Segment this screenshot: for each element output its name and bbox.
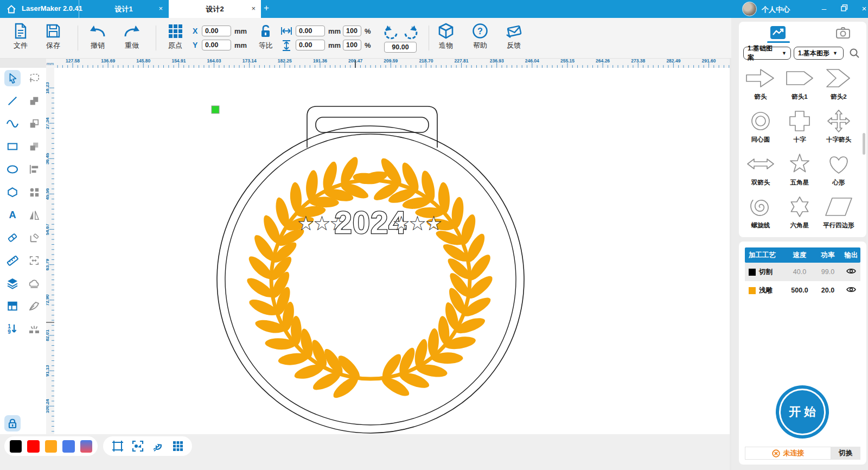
width-percent-input[interactable] [343, 26, 361, 36]
connection-status[interactable]: 未连接 [745, 447, 831, 460]
shape-item-concentric-circles[interactable]: 同心圆 [741, 108, 780, 144]
cloud-tool[interactable] [26, 275, 42, 291]
visibility-toggle[interactable] [842, 286, 860, 295]
height-input[interactable] [296, 40, 325, 50]
avatar[interactable] [742, 2, 757, 16]
switch-device-button[interactable]: 切换 [831, 447, 860, 460]
shape-item-parallelogram[interactable]: 平行四边形 [819, 194, 858, 230]
shape-item-partial[interactable] [741, 237, 780, 237]
design-canvas[interactable]: ★★★ 2024 ★★★ [54, 68, 730, 434]
rotate-ccw-button[interactable] [383, 24, 399, 41]
minimize-button[interactable]: – [818, 4, 830, 15]
search-icon[interactable] [849, 48, 860, 59]
arrow-icon [743, 65, 778, 91]
close-button[interactable]: × [858, 4, 868, 15]
ruler-tool[interactable] [4, 252, 21, 269]
boolean-union-tool[interactable] [26, 93, 42, 109]
start-button[interactable]: 开始 [776, 385, 829, 439]
number-sort-tool[interactable]: 1 9 [4, 321, 21, 337]
clone-tool[interactable] [26, 116, 42, 132]
process-row-cut[interactable]: 切割 40.0 99.0 [745, 263, 860, 281]
measure-tool[interactable] [26, 230, 42, 246]
color-swatch[interactable] [27, 440, 39, 453]
break-apart-tool[interactable] [26, 321, 42, 337]
color-swatch[interactable] [62, 440, 74, 453]
crop-frame-button[interactable] [111, 440, 124, 453]
layers-tool[interactable] [4, 275, 21, 291]
maximize-button[interactable] [838, 4, 850, 15]
layers-icon [7, 277, 18, 289]
help-button[interactable]: ? 帮助 [465, 23, 495, 50]
file-button[interactable]: 文件 [5, 23, 36, 50]
shape-item-arrow[interactable]: 箭头 [741, 65, 780, 101]
redo-button[interactable]: 重做 [117, 23, 147, 50]
boolean-subtract-tool[interactable] [26, 138, 42, 155]
tab-capture[interactable] [834, 25, 852, 40]
home-button[interactable] [4, 2, 18, 16]
document-tab-1[interactable]: 设计1 × [79, 0, 168, 18]
line-tool[interactable] [4, 93, 21, 109]
make-button[interactable]: 造物 [431, 23, 461, 50]
rotate-cw-button[interactable] [403, 24, 419, 41]
magnet-snap-button[interactable] [151, 440, 164, 453]
shape-item-double-arrow[interactable]: 双箭头 [741, 151, 780, 187]
color-swatch[interactable] [10, 440, 22, 453]
aspect-ratio-lock-button[interactable]: 等比 [251, 23, 281, 50]
arrange-tool[interactable] [26, 184, 42, 200]
shape-item-cross[interactable]: 十字 [780, 108, 819, 144]
shape-item-cross-arrows[interactable]: 十字箭头 [819, 108, 858, 144]
origin-button[interactable]: 原点 [160, 23, 190, 50]
select-tool[interactable] [4, 70, 21, 86]
x-input[interactable] [202, 26, 231, 36]
shape-category-select[interactable]: 1.基本图形 ▼ [794, 47, 844, 60]
shape-item-spiral[interactable]: 螺旋线 [741, 194, 780, 230]
align-tool[interactable] [26, 161, 42, 177]
curve-tool[interactable] [4, 116, 21, 132]
process-row-engrave[interactable]: 浅雕 500.0 20.0 [745, 281, 860, 300]
user-center-button[interactable]: 个人中心 [762, 5, 790, 15]
visibility-toggle[interactable] [842, 268, 860, 276]
lock-canvas-button[interactable] [4, 415, 21, 431]
undo-button[interactable]: 撤销 [82, 23, 113, 50]
eraser-tool[interactable] [4, 230, 21, 246]
svg-text:36.45: 36.45 [46, 153, 50, 164]
tab-close-icon[interactable]: × [251, 4, 256, 13]
document-tab-2-active[interactable]: 设计2 × [169, 0, 261, 18]
marquee-select-tool[interactable] [26, 70, 42, 86]
color-swatch[interactable] [45, 440, 57, 453]
shape-item-partial[interactable] [780, 237, 819, 237]
gradient-swatch[interactable] [80, 440, 92, 453]
polygon-tool[interactable] [4, 184, 21, 200]
width-input[interactable] [296, 26, 325, 36]
ruler-top: 127.58136.69145.80154.91164.03173.14182.… [54, 59, 730, 68]
shape-item-star-6[interactable]: 六角星 [780, 194, 819, 230]
bottom-bar [0, 434, 730, 470]
save-button[interactable]: 保存 [38, 23, 68, 50]
new-tab-button[interactable]: + [264, 3, 269, 14]
center-frame-tool[interactable] [26, 252, 42, 269]
panel-layout-tool[interactable] [4, 298, 21, 314]
bend-tool[interactable] [26, 298, 42, 314]
rotation-input[interactable] [384, 42, 417, 53]
tab-shape-library[interactable] [769, 25, 787, 40]
feedback-button[interactable]: 反馈 [499, 23, 529, 50]
shape-item-star-5[interactable]: 五角星 [780, 151, 819, 187]
tab-close-icon[interactable]: × [158, 4, 163, 13]
y-input[interactable] [202, 40, 231, 50]
shape-item-arrow1[interactable]: 箭头1 [780, 65, 819, 101]
svg-text:145.80: 145.80 [136, 59, 150, 63]
ellipse-tool[interactable] [4, 161, 21, 177]
scrollbar-thumb[interactable] [863, 133, 865, 155]
shape-item-heart[interactable]: 心形 [819, 151, 858, 187]
grid-toggle-button[interactable] [171, 440, 184, 453]
fit-selection-button[interactable] [131, 440, 144, 453]
rectangle-tool[interactable] [4, 138, 21, 155]
selection-handle[interactable] [212, 106, 219, 113]
svg-text:182.25: 182.25 [278, 59, 292, 63]
medal-design[interactable]: ★★★ 2024 ★★★ [217, 106, 524, 433]
library-category-select[interactable]: 1.基础图案 ▼ [743, 47, 791, 60]
mirror-tool[interactable] [26, 207, 42, 223]
shape-item-arrow2[interactable]: 箭头2 [819, 65, 858, 101]
height-percent-input[interactable] [343, 40, 361, 50]
text-tool[interactable]: A [4, 207, 21, 223]
